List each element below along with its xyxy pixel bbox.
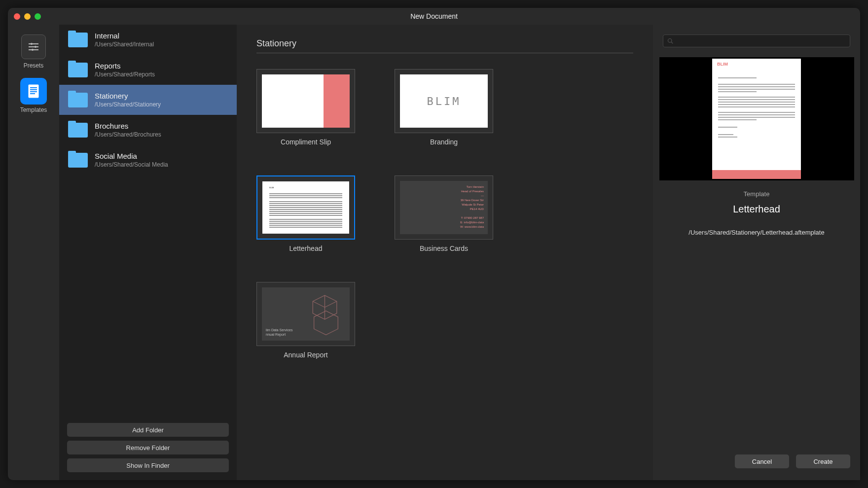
folder-item-reports[interactable]: Reports /Users/Shared/Reports <box>59 55 237 85</box>
folder-icon <box>68 63 88 77</box>
folder-name: Social Media <box>95 152 168 160</box>
category-title: Stationery <box>256 38 633 53</box>
minimize-icon[interactable] <box>24 13 31 20</box>
template-tile-business-cards[interactable]: Tom HersteinHead of Presales—39 New Dove… <box>395 175 493 252</box>
folder-buttons: Add Folder Remove Folder Show In Finder <box>59 415 237 480</box>
svg-point-3 <box>35 46 36 48</box>
svg-point-11 <box>668 39 672 43</box>
search-input[interactable] <box>676 37 846 44</box>
folder-item-brochures[interactable]: Brochures /Users/Shared/Brochures <box>59 115 237 145</box>
folder-text: Internal /Users/Shared/Internal <box>95 32 154 48</box>
template-tile-annual-report[interactable]: lim Data Servicesnnual Report Annual Rep… <box>256 282 355 359</box>
nav-presets[interactable]: Presets <box>21 35 46 69</box>
preview-path: /Users/Shared/Stationery/Letterhead.afte… <box>688 229 824 236</box>
template-label: Letterhead <box>289 244 323 252</box>
template-tile-compliment-slip[interactable]: Compliment Slip <box>256 69 355 146</box>
show-in-finder-button[interactable]: Show In Finder <box>67 458 229 472</box>
folder-icon <box>68 153 88 168</box>
new-document-window: New Document Presets <box>8 8 860 480</box>
template-thumbnail: lim Data Servicesnnual Report <box>256 282 355 346</box>
left-nav: Presets Templates <box>8 25 59 480</box>
folder-panel: Internal /Users/Shared/Internal Reports … <box>59 25 237 480</box>
svg-line-12 <box>671 42 673 43</box>
nav-templates-label: Templates <box>20 106 47 113</box>
template-tile-letterhead[interactable]: BLIM Letterhead <box>256 175 355 252</box>
zoom-icon[interactable] <box>35 13 41 20</box>
folder-text: Brochures /Users/Shared/Brochures <box>95 122 161 138</box>
folder-name: Internal <box>95 32 154 40</box>
nav-templates[interactable]: Templates <box>20 79 47 113</box>
folder-path: /Users/Shared/Reports <box>95 71 155 78</box>
template-thumbnail: Tom HersteinHead of Presales—39 New Dove… <box>395 175 493 240</box>
cancel-button[interactable]: Cancel <box>735 454 789 468</box>
folder-path: /Users/Shared/Internal <box>95 41 154 48</box>
svg-point-5 <box>32 49 34 51</box>
remove-folder-button[interactable]: Remove Folder <box>67 441 229 454</box>
window-title: New Document <box>410 12 458 20</box>
traffic-lights <box>14 13 41 20</box>
template-thumbnail: BLIM <box>256 175 355 240</box>
folder-icon <box>68 123 88 138</box>
search-input-wrapper[interactable] <box>663 35 850 47</box>
template-grid: Compliment Slip BLIM Branding BLIM Lette… <box>256 69 633 359</box>
preview-name: Letterhead <box>688 204 824 215</box>
sliders-icon <box>21 35 46 59</box>
folder-item-internal[interactable]: Internal /Users/Shared/Internal <box>59 25 237 55</box>
create-button[interactable]: Create <box>796 454 850 468</box>
template-label: Annual Report <box>284 351 328 359</box>
folder-text: Social Media /Users/Shared/Social Media <box>95 152 168 168</box>
close-icon[interactable] <box>14 13 20 20</box>
bottom-buttons: Cancel Create <box>663 454 850 470</box>
nav-presets-label: Presets <box>24 62 44 69</box>
folder-name: Stationery <box>95 92 161 100</box>
svg-point-1 <box>31 43 33 45</box>
template-grid-panel: Stationery Compliment Slip BLIM Branding… <box>237 25 653 480</box>
content: Presets Templates Internal <box>8 25 860 480</box>
folder-item-stationery[interactable]: Stationery /Users/Shared/Stationery <box>59 85 237 115</box>
folder-item-social-media[interactable]: Social Media /Users/Shared/Social Media <box>59 145 237 175</box>
folder-icon <box>68 33 88 47</box>
preview-thumbnail: BLIM <box>659 57 854 180</box>
template-thumbnail: BLIM <box>395 69 493 133</box>
folder-name: Reports <box>95 62 155 70</box>
add-folder-button[interactable]: Add Folder <box>67 423 229 437</box>
preview-info: Template Letterhead /Users/Shared/Statio… <box>688 190 824 236</box>
folder-list: Internal /Users/Shared/Internal Reports … <box>59 25 237 415</box>
folder-path: /Users/Shared/Brochures <box>95 131 161 138</box>
search-icon <box>667 38 673 44</box>
folder-text: Stationery /Users/Shared/Stationery <box>95 92 161 108</box>
template-label: Branding <box>430 138 458 146</box>
document-icon <box>21 79 46 104</box>
folder-name: Brochures <box>95 122 161 130</box>
folder-path: /Users/Shared/Stationery <box>95 101 161 108</box>
preview-panel: BLIM <box>653 25 860 480</box>
preview-brand: BLIM <box>717 62 728 71</box>
folder-path: /Users/Shared/Social Media <box>95 161 168 168</box>
titlebar: New Document <box>8 8 860 25</box>
template-label: Compliment Slip <box>281 138 331 146</box>
folder-icon <box>68 93 88 107</box>
folder-text: Reports /Users/Shared/Reports <box>95 62 155 78</box>
preview-label: Template <box>688 190 824 198</box>
template-label: Business Cards <box>420 244 468 252</box>
template-tile-branding[interactable]: BLIM Branding <box>395 69 493 146</box>
template-thumbnail <box>256 69 355 133</box>
